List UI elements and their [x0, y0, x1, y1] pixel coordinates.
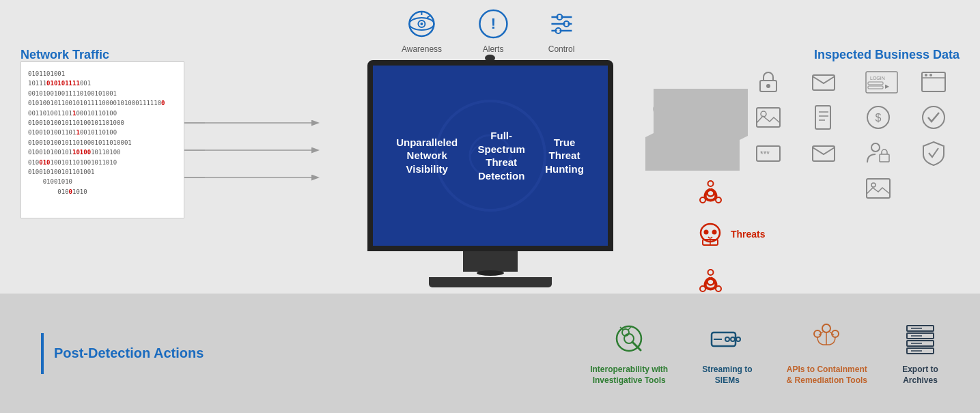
network-traffic-box: 0101101001 10111010101111001 00101001001…: [20, 61, 184, 218]
document-icon: [810, 104, 837, 131]
image2-icon: [865, 175, 892, 202]
large-arrow: [645, 89, 748, 171]
shield-icon: [920, 139, 947, 167]
svg-point-27: [716, 197, 721, 203]
interoperability-icon: [611, 320, 648, 358]
monitor-text-visibility: UnparalleledNetworkVisibility: [396, 136, 458, 176]
monitor-stand: [463, 251, 518, 272]
top-section: Awareness ! Alerts Control N: [0, 0, 980, 294]
svg-point-3: [421, 23, 423, 25]
svg-rect-50: [757, 108, 780, 127]
svg-point-39: [766, 84, 770, 88]
flow-arrows: [184, 96, 335, 205]
inspected-icons-grid: LOGIN ▶ $: [755, 68, 966, 202]
svg-point-72: [725, 337, 729, 341]
monitor-screen: UnparalleledNetworkVisibility Full-Spect…: [367, 60, 613, 251]
biohazard-icon-2: [695, 266, 726, 297]
svg-text:***: ***: [760, 149, 770, 159]
threats-container: Threats: [693, 177, 727, 297]
binary-content: 0101101001 10111010101111001 00101001001…: [28, 69, 177, 197]
svg-point-26: [708, 181, 713, 186]
skull-icon: [693, 220, 727, 251]
email-icon: [810, 68, 837, 96]
monitor-text-threat: Full-SpectrumThreatDetection: [478, 129, 525, 182]
svg-point-73: [731, 337, 735, 341]
alerts-icon: !: [476, 7, 510, 41]
interoperability-label: Interoperability withInvestigative Tools: [590, 365, 668, 386]
svg-point-35: [708, 270, 713, 275]
svg-point-74: [736, 337, 740, 341]
lock-icon: [755, 68, 782, 96]
action-apis: APIs to Containment& Remediation Tools: [787, 320, 867, 386]
top-icons-row: Awareness ! Alerts Control: [402, 7, 578, 54]
svg-rect-44: [868, 86, 883, 89]
network-traffic-title: Network Traffic: [20, 48, 109, 62]
streaming-icon: [708, 320, 746, 358]
svg-rect-52: [815, 106, 830, 129]
awareness-label: Awareness: [402, 44, 442, 54]
monitor-notch: [477, 270, 504, 276]
stars-icon: ***: [755, 139, 782, 167]
svg-line-5: [428, 16, 430, 18]
inspected-data-title: Inspected Business Data: [814, 48, 960, 62]
awareness-icon: [405, 7, 439, 41]
svg-point-49: [929, 74, 932, 76]
post-detection-border: [41, 333, 44, 374]
svg-point-36: [716, 286, 721, 291]
post-detection-actions: Interoperability withInvestigative Tools…: [590, 320, 939, 386]
svg-text:▶: ▶: [885, 83, 890, 89]
image-icon: [755, 104, 782, 131]
svg-point-37: [700, 286, 705, 291]
svg-rect-43: [868, 82, 883, 85]
biohazard-icon-1: [695, 177, 726, 208]
svg-point-75: [822, 324, 830, 332]
export-icon: [901, 320, 939, 358]
control-icon-item: Control: [544, 7, 578, 54]
alerts-label: Alerts: [483, 44, 504, 54]
action-export: Export toArchives: [901, 320, 939, 386]
monitor: UnparalleledNetworkVisibility Full-Spect…: [367, 55, 613, 287]
skull-threats: Threats: [693, 220, 727, 254]
awareness-icon-item: Awareness: [402, 7, 442, 54]
svg-text:$: $: [876, 112, 882, 124]
svg-point-65: [871, 183, 876, 187]
threats-label: Threats: [731, 229, 766, 240]
bottom-section: Post-Detection Actions Interoperability …: [0, 294, 980, 413]
svg-text:!: !: [490, 15, 495, 32]
export-label: Export toArchives: [902, 365, 938, 386]
monitor-screen-inner: UnparalleledNetworkVisibility Full-Spect…: [373, 115, 608, 196]
monitor-base: [429, 277, 552, 287]
svg-point-32: [704, 230, 709, 235]
svg-point-33: [712, 230, 717, 235]
apis-icon: [808, 320, 845, 358]
svg-text:LOGIN: LOGIN: [870, 76, 885, 81]
svg-point-28: [700, 197, 705, 203]
svg-point-58: [923, 106, 944, 128]
svg-point-48: [925, 74, 927, 76]
login-box-icon: LOGIN ▶: [865, 70, 899, 94]
control-label: Control: [548, 44, 575, 54]
svg-rect-64: [867, 179, 890, 198]
checkmark-icon: [920, 104, 947, 131]
action-streaming: Streaming toSIEMs: [702, 320, 752, 386]
browser-icon: [920, 68, 947, 96]
action-interoperability: Interoperability withInvestigative Tools: [590, 320, 668, 386]
dollar-icon: $: [865, 104, 892, 131]
svg-rect-63: [880, 154, 889, 162]
post-detection-label: Post-Detection Actions: [54, 345, 204, 361]
apis-label: APIs to Containment& Remediation Tools: [787, 365, 867, 386]
control-icon: [544, 7, 578, 41]
svg-point-51: [761, 111, 766, 117]
mail2-icon: [810, 139, 837, 167]
streaming-label: Streaming toSIEMs: [702, 365, 752, 386]
alerts-icon-item: ! Alerts: [476, 7, 510, 54]
monitor-text-hunting: TrueThreatHunting: [545, 136, 584, 176]
user-lock-icon: [865, 139, 892, 167]
svg-point-62: [871, 143, 880, 152]
